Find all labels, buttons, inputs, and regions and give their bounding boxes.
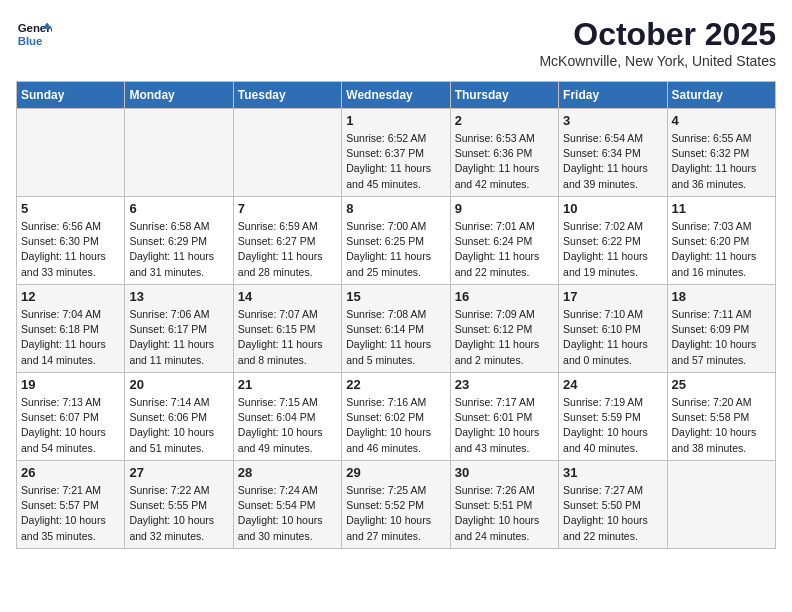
day-number: 28 (238, 465, 337, 480)
day-info: Sunrise: 7:06 AMSunset: 6:17 PMDaylight:… (129, 307, 228, 368)
day-number: 2 (455, 113, 554, 128)
calendar-cell: 4Sunrise: 6:55 AMSunset: 6:32 PMDaylight… (667, 109, 775, 197)
day-number: 10 (563, 201, 662, 216)
day-number: 3 (563, 113, 662, 128)
calendar-cell: 2Sunrise: 6:53 AMSunset: 6:36 PMDaylight… (450, 109, 558, 197)
calendar-body: 1Sunrise: 6:52 AMSunset: 6:37 PMDaylight… (17, 109, 776, 549)
calendar-cell: 1Sunrise: 6:52 AMSunset: 6:37 PMDaylight… (342, 109, 450, 197)
day-info: Sunrise: 7:08 AMSunset: 6:14 PMDaylight:… (346, 307, 445, 368)
weekday-header-wednesday: Wednesday (342, 82, 450, 109)
day-info: Sunrise: 7:10 AMSunset: 6:10 PMDaylight:… (563, 307, 662, 368)
day-info: Sunrise: 7:15 AMSunset: 6:04 PMDaylight:… (238, 395, 337, 456)
day-info: Sunrise: 7:20 AMSunset: 5:58 PMDaylight:… (672, 395, 771, 456)
day-number: 31 (563, 465, 662, 480)
calendar-cell: 28Sunrise: 7:24 AMSunset: 5:54 PMDayligh… (233, 461, 341, 549)
day-info: Sunrise: 7:22 AMSunset: 5:55 PMDaylight:… (129, 483, 228, 544)
calendar-cell: 7Sunrise: 6:59 AMSunset: 6:27 PMDaylight… (233, 197, 341, 285)
svg-text:Blue: Blue (18, 35, 43, 47)
day-number: 20 (129, 377, 228, 392)
calendar-cell: 12Sunrise: 7:04 AMSunset: 6:18 PMDayligh… (17, 285, 125, 373)
calendar-cell: 3Sunrise: 6:54 AMSunset: 6:34 PMDaylight… (559, 109, 667, 197)
calendar-cell: 5Sunrise: 6:56 AMSunset: 6:30 PMDaylight… (17, 197, 125, 285)
calendar-week-row: 5Sunrise: 6:56 AMSunset: 6:30 PMDaylight… (17, 197, 776, 285)
day-info: Sunrise: 7:04 AMSunset: 6:18 PMDaylight:… (21, 307, 120, 368)
weekday-header-sunday: Sunday (17, 82, 125, 109)
day-number: 8 (346, 201, 445, 216)
day-info: Sunrise: 7:19 AMSunset: 5:59 PMDaylight:… (563, 395, 662, 456)
calendar-cell: 18Sunrise: 7:11 AMSunset: 6:09 PMDayligh… (667, 285, 775, 373)
day-number: 30 (455, 465, 554, 480)
day-number: 27 (129, 465, 228, 480)
calendar-cell (17, 109, 125, 197)
calendar-header: SundayMondayTuesdayWednesdayThursdayFrid… (17, 82, 776, 109)
day-number: 24 (563, 377, 662, 392)
calendar-cell: 13Sunrise: 7:06 AMSunset: 6:17 PMDayligh… (125, 285, 233, 373)
title-area: October 2025 McKownville, New York, Unit… (539, 16, 776, 69)
calendar-cell: 23Sunrise: 7:17 AMSunset: 6:01 PMDayligh… (450, 373, 558, 461)
day-info: Sunrise: 6:54 AMSunset: 6:34 PMDaylight:… (563, 131, 662, 192)
calendar-table: SundayMondayTuesdayWednesdayThursdayFrid… (16, 81, 776, 549)
calendar-cell: 11Sunrise: 7:03 AMSunset: 6:20 PMDayligh… (667, 197, 775, 285)
calendar-cell: 21Sunrise: 7:15 AMSunset: 6:04 PMDayligh… (233, 373, 341, 461)
weekday-header-friday: Friday (559, 82, 667, 109)
day-info: Sunrise: 7:07 AMSunset: 6:15 PMDaylight:… (238, 307, 337, 368)
day-number: 22 (346, 377, 445, 392)
calendar-week-row: 19Sunrise: 7:13 AMSunset: 6:07 PMDayligh… (17, 373, 776, 461)
day-number: 15 (346, 289, 445, 304)
day-info: Sunrise: 7:21 AMSunset: 5:57 PMDaylight:… (21, 483, 120, 544)
calendar-week-row: 12Sunrise: 7:04 AMSunset: 6:18 PMDayligh… (17, 285, 776, 373)
calendar-week-row: 26Sunrise: 7:21 AMSunset: 5:57 PMDayligh… (17, 461, 776, 549)
day-info: Sunrise: 6:55 AMSunset: 6:32 PMDaylight:… (672, 131, 771, 192)
day-number: 6 (129, 201, 228, 216)
day-info: Sunrise: 6:53 AMSunset: 6:36 PMDaylight:… (455, 131, 554, 192)
day-number: 18 (672, 289, 771, 304)
logo-icon: General Blue (16, 16, 52, 52)
day-info: Sunrise: 7:16 AMSunset: 6:02 PMDaylight:… (346, 395, 445, 456)
weekday-header-saturday: Saturday (667, 82, 775, 109)
calendar-cell: 9Sunrise: 7:01 AMSunset: 6:24 PMDaylight… (450, 197, 558, 285)
calendar-cell: 24Sunrise: 7:19 AMSunset: 5:59 PMDayligh… (559, 373, 667, 461)
day-number: 17 (563, 289, 662, 304)
day-info: Sunrise: 7:03 AMSunset: 6:20 PMDaylight:… (672, 219, 771, 280)
calendar-cell (125, 109, 233, 197)
day-info: Sunrise: 7:25 AMSunset: 5:52 PMDaylight:… (346, 483, 445, 544)
calendar-cell: 19Sunrise: 7:13 AMSunset: 6:07 PMDayligh… (17, 373, 125, 461)
calendar-cell: 10Sunrise: 7:02 AMSunset: 6:22 PMDayligh… (559, 197, 667, 285)
calendar-cell (667, 461, 775, 549)
day-info: Sunrise: 7:13 AMSunset: 6:07 PMDaylight:… (21, 395, 120, 456)
day-number: 4 (672, 113, 771, 128)
calendar-cell: 22Sunrise: 7:16 AMSunset: 6:02 PMDayligh… (342, 373, 450, 461)
day-number: 23 (455, 377, 554, 392)
day-info: Sunrise: 7:17 AMSunset: 6:01 PMDaylight:… (455, 395, 554, 456)
day-info: Sunrise: 7:26 AMSunset: 5:51 PMDaylight:… (455, 483, 554, 544)
weekday-header-thursday: Thursday (450, 82, 558, 109)
day-number: 19 (21, 377, 120, 392)
weekday-header-tuesday: Tuesday (233, 82, 341, 109)
calendar-cell: 17Sunrise: 7:10 AMSunset: 6:10 PMDayligh… (559, 285, 667, 373)
calendar-cell: 15Sunrise: 7:08 AMSunset: 6:14 PMDayligh… (342, 285, 450, 373)
day-number: 14 (238, 289, 337, 304)
day-info: Sunrise: 7:01 AMSunset: 6:24 PMDaylight:… (455, 219, 554, 280)
calendar-cell: 8Sunrise: 7:00 AMSunset: 6:25 PMDaylight… (342, 197, 450, 285)
weekday-header-row: SundayMondayTuesdayWednesdayThursdayFrid… (17, 82, 776, 109)
day-info: Sunrise: 7:02 AMSunset: 6:22 PMDaylight:… (563, 219, 662, 280)
day-info: Sunrise: 6:58 AMSunset: 6:29 PMDaylight:… (129, 219, 228, 280)
location-label: McKownville, New York, United States (539, 53, 776, 69)
calendar-cell: 30Sunrise: 7:26 AMSunset: 5:51 PMDayligh… (450, 461, 558, 549)
day-info: Sunrise: 7:11 AMSunset: 6:09 PMDaylight:… (672, 307, 771, 368)
day-number: 11 (672, 201, 771, 216)
calendar-cell: 16Sunrise: 7:09 AMSunset: 6:12 PMDayligh… (450, 285, 558, 373)
calendar-cell: 27Sunrise: 7:22 AMSunset: 5:55 PMDayligh… (125, 461, 233, 549)
day-info: Sunrise: 6:56 AMSunset: 6:30 PMDaylight:… (21, 219, 120, 280)
day-number: 25 (672, 377, 771, 392)
day-number: 7 (238, 201, 337, 216)
day-number: 1 (346, 113, 445, 128)
day-info: Sunrise: 7:00 AMSunset: 6:25 PMDaylight:… (346, 219, 445, 280)
calendar-cell: 6Sunrise: 6:58 AMSunset: 6:29 PMDaylight… (125, 197, 233, 285)
day-info: Sunrise: 7:27 AMSunset: 5:50 PMDaylight:… (563, 483, 662, 544)
day-info: Sunrise: 6:59 AMSunset: 6:27 PMDaylight:… (238, 219, 337, 280)
month-title: October 2025 (539, 16, 776, 53)
day-number: 5 (21, 201, 120, 216)
day-number: 29 (346, 465, 445, 480)
day-number: 12 (21, 289, 120, 304)
